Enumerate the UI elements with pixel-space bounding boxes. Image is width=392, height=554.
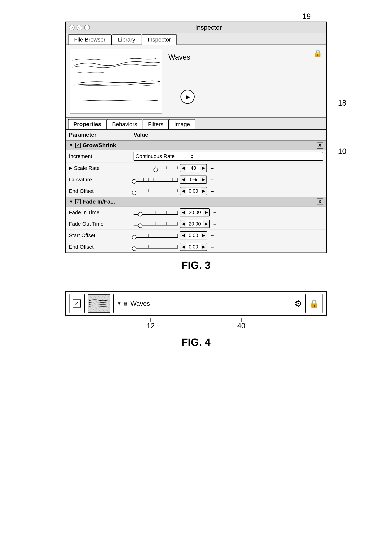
fade-in-time-decrease-button[interactable]: ◀ [180,209,186,215]
fade-out-time-increase-button[interactable]: ▶ [203,221,209,227]
fade-out-time-decrease-button[interactable]: ◀ [180,221,186,227]
col-value: Value [130,130,326,140]
sub-tabs-row: Properties Behaviors Filters Image [66,118,326,130]
curvature-decrease-button[interactable]: ◀ [180,177,186,183]
minimize-button[interactable]: ○ [77,25,82,30]
fade-in-time-value: 20.00 [186,209,203,216]
start-offset-slider[interactable]: |||| [133,233,178,238]
end-offset-2-value: 0.00 [186,243,201,250]
fade-in-time-minus-button[interactable]: – [213,209,217,216]
end-offset-2-decrease-button[interactable]: ◀ [180,244,186,250]
tab-inspector[interactable]: Inspector [142,35,177,45]
start-offset-label: Start Offset [66,230,130,241]
tab-library[interactable]: Library [112,35,141,44]
mid-separator-2 [113,294,114,313]
end-offset-2-slider[interactable]: |||| [133,244,178,249]
end-offset-row-1: End Offset |||| [66,185,326,197]
fig4-collapse-icon[interactable]: ▼ [117,301,121,306]
curvature-row: Curvature |||||||||| [66,174,326,185]
gear-icon[interactable]: ⚙ [294,298,302,309]
fade-close-icon: X [318,199,322,204]
grow-shrink-checkbox[interactable]: ✓ [75,143,81,148]
fig4-preview-thumbnail [88,294,110,313]
fig4-lock-icon[interactable]: 🔒 [309,299,319,308]
fade-out-time-slider[interactable]: ||||| [133,221,178,226]
curvature-value: 0% [186,176,200,183]
fade-close-button[interactable]: X [317,199,323,205]
sub-tab-image[interactable]: Image [169,119,195,129]
grow-shrink-header-cell: ▼ ✓ Grow/Shrink X [69,142,323,149]
grow-shrink-collapse-icon[interactable]: ▼ [69,143,73,148]
start-offset-value-cell: |||| ◀ 0.00 ▶ [130,230,326,241]
end-offset-2-minus-button[interactable]: – [211,244,214,250]
fade-out-time-minus-button[interactable]: – [213,221,217,227]
right-separator-1 [305,294,306,313]
end-offset-2-value-cell: |||| ◀ 0.00 ▶ [130,241,326,253]
increment-dropdown[interactable]: Continuous Rate ▲ ▼ [133,152,323,161]
scale-rate-label: ▶ Scale Rate [66,163,130,174]
play-button[interactable] [181,90,195,104]
scale-rate-expand-icon[interactable]: ▶ [69,165,72,171]
end-offset-2-value-control: ◀ 0.00 ▶ [180,243,207,251]
start-offset-value: 0.00 [186,232,201,239]
curvature-slider[interactable]: |||||||||| [133,177,178,182]
grow-shrink-close-icon: X [318,143,322,148]
start-offset-slider-cell: |||| ◀ 0.00 ▶ [133,231,323,239]
grow-shrink-close-button[interactable]: X [317,142,323,149]
scale-rate-text: Scale Rate [74,165,99,171]
fade-label: Fade In/Fa... [83,199,115,205]
fig4-film-icon: ▦ [124,301,128,306]
right-separator-2 [322,294,323,313]
tab-file-browser[interactable]: File Browser [68,35,112,44]
scale-rate-slider[interactable]: ||||| [133,166,178,170]
start-offset-decrease-button[interactable]: ◀ [180,232,186,238]
start-offset-increase-button[interactable]: ▶ [201,232,207,238]
scale-rate-value-cell: ||||| ◀ 40 ▶ [130,163,326,174]
scale-rate-value-control: ◀ 40 ▶ [180,164,207,172]
fade-out-time-label: Fade Out Time [66,218,130,230]
fade-in-time-slider-cell: ||||| ◀ 20.00 ▶ [133,208,323,216]
scale-rate-minus-button[interactable]: – [210,165,214,171]
fade-in-time-slider[interactable]: ||||| [133,210,178,215]
scale-rate-slider-cell: ||||| ◀ 40 ▶ [133,164,323,172]
curvature-minus-button[interactable]: – [210,176,214,183]
parameters-table: Parameter Value ▼ ✓ Grow/Shrink X [66,130,326,253]
curvature-slider-cell: |||||||||| ◀ 0% ▶ [133,176,323,184]
grow-shrink-label: Grow/Shrink [83,142,116,149]
sub-tab-properties[interactable]: Properties [68,119,106,129]
fig4-title-text: Waves [131,300,150,307]
preview-info: Waves 🔒 [168,49,322,104]
end-offset-1-value-cell: |||| ◀ 0.00 ▶ [130,185,326,197]
fade-header-cell: ▼ ✓ Fade In/Fa... X [69,199,323,205]
fig4-section: ✓ [55,291,337,360]
end-offset-1-minus-button[interactable]: – [211,188,214,194]
fig4-label: FIG. 4 [182,336,210,348]
annotation-10: 10 [338,147,346,156]
end-offset-1-decrease-button[interactable]: ◀ [180,188,186,194]
close-button[interactable]: ○ [69,25,75,30]
preview-title: Waves [168,53,190,62]
fade-in-time-increase-button[interactable]: ▶ [203,209,209,215]
end-offset-1-slider[interactable]: |||| [133,189,178,193]
end-offset-2-increase-button[interactable]: ▶ [201,244,207,250]
scale-rate-decrease-button[interactable]: ◀ [180,165,186,171]
end-offset-1-increase-button[interactable]: ▶ [201,188,207,194]
traffic-lights: ○ ○ ○ [69,25,90,30]
scale-rate-increase-button[interactable]: ▶ [200,165,206,171]
fade-collapse-icon[interactable]: ▼ [69,199,73,204]
maximize-button[interactable]: ○ [84,25,90,30]
fig3-section: 19 18 10 ○ ○ ○ Inspector File Browser [55,12,337,283]
window-title: Inspector [94,24,323,31]
curvature-increase-button[interactable]: ▶ [200,177,206,183]
start-offset-minus-button[interactable]: – [211,232,214,239]
fade-in-time-value-control: ◀ 20.00 ▶ [180,208,210,216]
curvature-value-control: ◀ 0% ▶ [180,176,207,184]
scale-rate-value: 40 [186,164,200,172]
start-offset-value-control: ◀ 0.00 ▶ [180,231,207,239]
fig4-checkbox[interactable]: ✓ [73,299,81,307]
sub-tab-filters[interactable]: Filters [143,119,169,129]
annotation-12-group: 12 [147,318,155,330]
sub-tab-behaviors[interactable]: Behaviors [107,119,143,129]
fade-checkbox[interactable]: ✓ [75,199,81,204]
inspector-window: 18 10 ○ ○ ○ Inspector File Browser Libra… [65,21,327,253]
